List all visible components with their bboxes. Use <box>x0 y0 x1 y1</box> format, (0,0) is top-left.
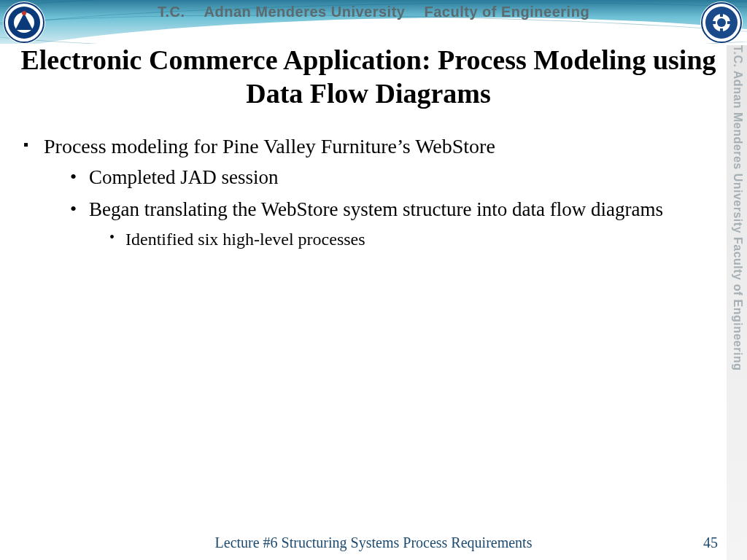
bullet-level3: Identified six high-level processes <box>109 228 709 250</box>
banner-faculty: Faculty of Engineering <box>425 4 590 20</box>
bullet-level1: Process modeling for Pine Valley Furnitu… <box>23 135 709 250</box>
bullet-text: Process modeling for Pine Valley Furnitu… <box>44 135 495 158</box>
slide-title: Electronic Commerce Application: Process… <box>15 44 722 110</box>
university-logo-icon <box>3 1 45 44</box>
bullet-text: Completed JAD session <box>89 166 279 188</box>
slide: T.C. Adnan Menderes University Faculty o… <box>0 0 747 560</box>
faculty-logo-icon <box>700 1 743 44</box>
bullet-level2: Completed JAD session <box>70 166 709 190</box>
svg-rect-11 <box>727 21 733 24</box>
footer-lecture-title: Lecture #6 Structuring Systems Process R… <box>0 534 747 551</box>
svg-rect-9 <box>720 28 723 34</box>
slide-body: Process modeling for Pine Valley Furnitu… <box>23 135 709 257</box>
side-watermark-text: T.C. Adnan Menderes University Faculty o… <box>731 45 744 370</box>
bullet-text: Identified six high-level processes <box>125 230 365 249</box>
banner-university: Adnan Menderes University <box>204 4 406 20</box>
svg-rect-10 <box>710 21 716 24</box>
bullet-level2: Began translating the WebStore system st… <box>70 198 709 250</box>
top-banner: T.C. Adnan Menderes University Faculty o… <box>0 0 747 44</box>
svg-rect-8 <box>720 11 723 17</box>
side-watermark-strip: T.C. Adnan Menderes University Faculty o… <box>727 45 747 560</box>
svg-point-3 <box>22 11 26 15</box>
banner-text: T.C. Adnan Menderes University Faculty o… <box>0 4 747 20</box>
svg-point-7 <box>717 18 726 27</box>
bullet-text: Began translating the WebStore system st… <box>89 198 663 220</box>
banner-tc: T.C. <box>158 4 185 20</box>
footer-page-number: 45 <box>703 534 718 551</box>
